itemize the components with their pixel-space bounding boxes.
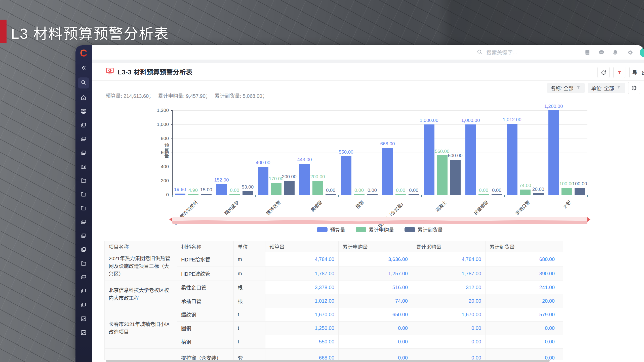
table-row[interactable]: 长春市2021年城镇老旧小区改造项目螺纹钢t1,670.00650.001,67… bbox=[105, 308, 563, 322]
chart-bar[interactable] bbox=[243, 191, 253, 195]
sidebar-item-folder-2[interactable] bbox=[78, 189, 89, 200]
chart-bar[interactable] bbox=[175, 194, 185, 195]
chart-bar[interactable] bbox=[520, 190, 531, 195]
bar-value-label: 152.00 bbox=[214, 177, 229, 183]
sidebar-item-module-6[interactable] bbox=[78, 245, 89, 256]
sidebar-item-search[interactable] bbox=[78, 77, 89, 88]
funnel-icon bbox=[576, 85, 581, 92]
app-window: C L3-3 材料预算预警分析表 导 出 名称: 全部单位: 全部 预算量: 2 bbox=[75, 45, 644, 362]
report-toolbar: L3-3 材料预算预警分析表 bbox=[92, 63, 644, 81]
chart-bar[interactable] bbox=[395, 194, 406, 195]
table-settings-button[interactable] bbox=[628, 82, 640, 94]
filter-button[interactable] bbox=[613, 67, 625, 78]
chart-bar[interactable] bbox=[284, 181, 295, 195]
legend-item[interactable]: 预算量 bbox=[317, 226, 345, 233]
export-button[interactable]: 导 出 bbox=[629, 67, 644, 78]
datazoom-handle-right[interactable] bbox=[587, 217, 590, 222]
folder-icon bbox=[80, 191, 87, 199]
home-icon bbox=[80, 94, 87, 102]
legend-item[interactable]: 累计申购量 bbox=[356, 226, 394, 233]
bell-icon[interactable] bbox=[612, 49, 619, 56]
chart-bar[interactable] bbox=[341, 156, 351, 195]
app-logo[interactable]: C bbox=[75, 47, 92, 59]
sidebar-item-module-8[interactable] bbox=[78, 286, 89, 297]
sidebar-item-folder-3[interactable] bbox=[78, 203, 89, 214]
chart-bar[interactable] bbox=[367, 194, 378, 195]
chart-bar[interactable] bbox=[465, 124, 476, 195]
chart-bar[interactable] bbox=[271, 183, 281, 195]
sidebar-item-module-1[interactable] bbox=[78, 120, 89, 131]
chart-bar[interactable] bbox=[450, 160, 461, 195]
search-input[interactable] bbox=[486, 49, 557, 56]
bar-value-label: 20.00 bbox=[532, 187, 544, 192]
filter-chip-1[interactable]: 单位: 全部 bbox=[588, 83, 625, 93]
horizontal-scrollbar-thumb[interactable] bbox=[106, 360, 550, 362]
table-row[interactable]: 北京信息科技大学老校区校内大市政工程柔性企口管根3,378.00516.0031… bbox=[105, 281, 563, 294]
sidebar-item-module-7[interactable] bbox=[78, 272, 89, 283]
chart-bar[interactable] bbox=[478, 194, 489, 195]
column-header: 单位 bbox=[234, 241, 265, 252]
legend-label: 预算量 bbox=[330, 226, 345, 233]
sidebar-item-folder-1[interactable] bbox=[78, 175, 89, 187]
chart-bar[interactable] bbox=[437, 155, 448, 195]
chart-bar[interactable] bbox=[507, 124, 517, 195]
chart-bar[interactable] bbox=[216, 184, 227, 195]
sidebar-item-module-4[interactable] bbox=[78, 217, 89, 228]
sidebar-item-folder-4[interactable] bbox=[78, 258, 89, 269]
value-cell: 1,670.00 bbox=[412, 308, 486, 322]
value-cell: 579.00 bbox=[486, 308, 559, 322]
search-icon[interactable] bbox=[476, 49, 483, 57]
chart-bar[interactable] bbox=[409, 194, 419, 195]
chart-bar[interactable] bbox=[561, 188, 572, 195]
column-header: 累计申购量 bbox=[339, 241, 412, 252]
report-title-text: L3-3 材料预算预警分析表 bbox=[118, 67, 192, 76]
summary-stats: 预算量: 214,613.60； 累计申购量: 9,457.90； 累计到货量:… bbox=[106, 92, 267, 99]
sidebar-item-module-9[interactable] bbox=[78, 300, 89, 311]
chart-bar[interactable] bbox=[258, 167, 268, 195]
chart-bar[interactable] bbox=[326, 194, 336, 195]
trend-icon bbox=[80, 315, 87, 323]
y-axis-tick-label: 400 bbox=[151, 164, 169, 169]
sidebar-item-report-2[interactable] bbox=[78, 328, 89, 339]
value-cell: 0.00 bbox=[486, 335, 559, 349]
sidebar-item-module-5[interactable] bbox=[78, 231, 89, 242]
topbar bbox=[92, 45, 644, 60]
legend-item[interactable]: 累计到货量 bbox=[405, 226, 443, 233]
sidebar-item-module-3[interactable] bbox=[78, 148, 89, 159]
filter-chip-0[interactable]: 名称: 全部 bbox=[547, 83, 585, 93]
chart-bar[interactable] bbox=[229, 194, 240, 195]
datazoom-slider[interactable] bbox=[172, 217, 587, 224]
refresh-button[interactable] bbox=[597, 67, 610, 78]
chart-bar[interactable] bbox=[312, 181, 323, 195]
chart-bar[interactable] bbox=[492, 194, 502, 195]
chart-bar[interactable] bbox=[575, 188, 585, 195]
chart-bar[interactable] bbox=[299, 164, 310, 195]
avatar[interactable] bbox=[640, 48, 644, 57]
stack-icon bbox=[80, 233, 87, 240]
sidebar-item-invoice[interactable] bbox=[78, 162, 89, 173]
value-cell: 0.00 bbox=[412, 349, 486, 360]
sidebar-item-dashboard[interactable] bbox=[78, 106, 89, 117]
sidebar-item-collapse[interactable] bbox=[78, 63, 89, 74]
bar-value-label: 0.00 bbox=[396, 188, 405, 193]
chart-bar[interactable] bbox=[533, 193, 544, 195]
chart-bar[interactable] bbox=[382, 148, 393, 195]
sidebar-item-report-1[interactable] bbox=[78, 314, 89, 325]
chart-bar[interactable] bbox=[201, 194, 212, 195]
sidebar-item-module-2[interactable] bbox=[78, 134, 89, 145]
datazoom-handle-left[interactable] bbox=[169, 217, 172, 222]
desktop: { "hero": { "title": "L3 材料预算预警分析表", "ac… bbox=[0, 0, 644, 362]
chat-icon[interactable] bbox=[598, 49, 605, 56]
book-icon[interactable] bbox=[584, 49, 591, 56]
project-name-cell: 长春市2021年城镇老旧小区改造项目 bbox=[105, 308, 177, 349]
chart-bar[interactable] bbox=[548, 110, 559, 195]
value-cell: 1,257.00 bbox=[339, 266, 412, 281]
chart-bar[interactable] bbox=[354, 194, 365, 195]
chart-bar[interactable] bbox=[188, 194, 198, 195]
chart-bar[interactable] bbox=[424, 124, 434, 195]
gear-icon[interactable] bbox=[626, 49, 634, 56]
bar-value-label: 1,012.00 bbox=[503, 117, 521, 122]
table-row[interactable]: 提拉窗（含安装）套668.000.000.000.000.00 bbox=[105, 349, 563, 360]
sidebar-item-home[interactable] bbox=[78, 93, 89, 104]
table-row[interactable]: 2021年热力集团老旧供热管网及设施改造项目三标（大兴区）HDPE给水管m4,7… bbox=[105, 252, 563, 266]
